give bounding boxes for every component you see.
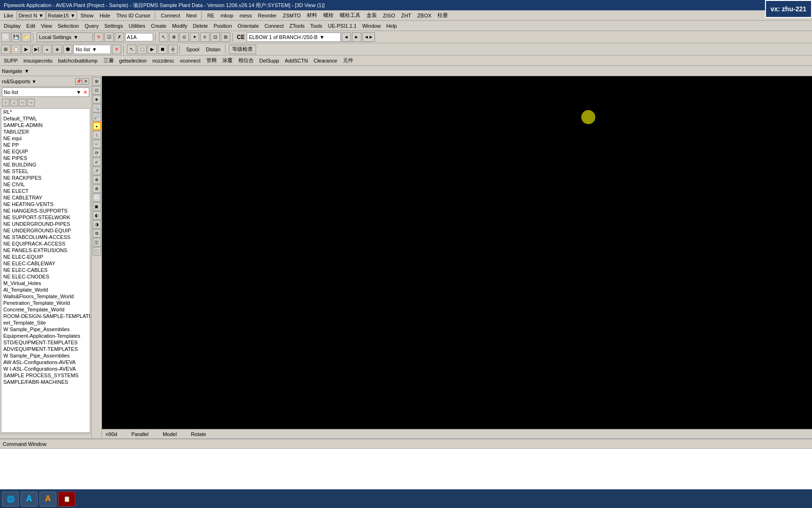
tree-item-20[interactable]: NE EQUIPRACK-ACCESS [1, 240, 90, 247]
tree-item-40[interactable]: SAMPLE PROCESS_SYSTEMS [1, 372, 90, 379]
menu-position[interactable]: Position [211, 22, 234, 30]
tree-item-29[interactable]: Penetration_Template_World [1, 300, 90, 306]
menu-view[interactable]: View [38, 22, 55, 30]
tree-item-19[interactable]: NE STABCOLUMN-ACCESS [1, 234, 90, 240]
tree-item-34[interactable]: Equipment-Application-Templates [1, 333, 90, 339]
toolbar-btn-x[interactable]: ✕ [94, 32, 103, 42]
side-icon-20[interactable]: ⬚ [93, 247, 101, 255]
side-icon-11[interactable]: ↗ [93, 167, 101, 175]
toolbar2-cursor[interactable]: ↖ [127, 45, 136, 54]
3d-viewport[interactable] [102, 76, 812, 429]
side-icon-7[interactable]: ↕ [93, 131, 101, 139]
menu-hide[interactable]: Hide [97, 12, 113, 19]
menu-connect2[interactable]: Connect [262, 22, 287, 30]
tree-item-14[interactable]: NE HEATING-VENTS [1, 201, 90, 207]
distan-btn[interactable]: Distan [203, 46, 223, 53]
nav-icon-2[interactable]: ↓ [10, 99, 18, 106]
menu-bolt[interactable]: 螺栓 [320, 11, 336, 20]
tree-item-15[interactable]: NE HANGERS-SUPPORTS [1, 207, 90, 214]
menu-mess[interactable]: mess [237, 12, 255, 19]
toolbar-icon-6[interactable]: ⊙ [180, 32, 189, 42]
tree-item-1[interactable]: Default_TPWL [1, 115, 90, 122]
tree-item-31[interactable]: ROOM-DESIGN-SAMPLE-TEMPLATE-FIXTURE [1, 313, 90, 319]
menu-help[interactable]: Help [383, 22, 400, 30]
nav-right-btn[interactable]: ► [352, 32, 361, 42]
menu-edit[interactable]: Edit [23, 22, 38, 30]
toolbar2-stop[interactable]: ⏹ [158, 45, 167, 54]
taskbar-icon-2[interactable]: A [21, 492, 38, 507]
side-icon-15[interactable]: ▣ [93, 202, 101, 211]
tree-item-3[interactable]: TABILIZER [1, 128, 90, 135]
tree-item-36[interactable]: ADV/EQUIPMENT-TEMPLATES [1, 346, 90, 352]
menu-pipe-net[interactable]: 管网 [203, 56, 219, 65]
tree-item-4[interactable]: NE equi [1, 135, 90, 142]
tree-item-25[interactable]: NE ELEC-CNODES [1, 273, 90, 280]
menu-bolt-tools[interactable]: 螺栓工具 [337, 11, 363, 20]
tree-item-22[interactable]: NE ELEC-EQUIP [1, 254, 90, 260]
menu-show[interactable]: Show [78, 12, 96, 19]
menu-connect[interactable]: Connect [158, 12, 183, 19]
menu-delsupp[interactable]: DelSupp [257, 57, 282, 64]
side-icon-14[interactable]: ⬜ [93, 193, 101, 202]
menu-display[interactable]: Display [1, 22, 23, 30]
side-icon-8[interactable]: ↔ [93, 140, 101, 148]
tree-item-41[interactable]: SAMPLE/FABR-MACHINES [1, 379, 90, 385]
tree-item-6[interactable]: NE EQUIP [1, 148, 90, 155]
toolbar-icon-8[interactable]: ≡ [200, 32, 210, 42]
toolbar-icon-2[interactable]: 💾 [11, 32, 21, 42]
menu-vconnect[interactable]: vconnect [177, 57, 203, 64]
side-icon-4[interactable]: 🔍 [93, 104, 101, 112]
tree-item-32[interactable]: eel_Template_Site [1, 319, 90, 326]
tree-item-21[interactable]: NE PANELS-EXTRUSIONS [1, 247, 90, 254]
tree-item-10[interactable]: NE RACKPIPES [1, 175, 90, 181]
toolbar-icon-5[interactable]: ⊕ [169, 32, 179, 42]
panel-close-btn[interactable]: ✕ [83, 78, 89, 85]
tree-item-37[interactable]: W Sample_Pipe_Assemblies [1, 352, 90, 359]
menu-addsctn[interactable]: AddSCTN [282, 57, 311, 64]
tree-item-7[interactable]: NE PIPES [1, 155, 90, 161]
toolbar2-select[interactable]: ⬚ [137, 45, 147, 54]
menu-zbox[interactable]: ZBOX [414, 12, 434, 19]
menu-create[interactable]: Create [148, 22, 169, 30]
menu-re[interactable]: RE [204, 12, 217, 19]
tree-item-30[interactable]: Concrete_Template_World [1, 306, 90, 313]
tree-item-35[interactable]: STD/EQUIPMENT-TEMPLATES [1, 339, 90, 346]
tree-dropdown-close[interactable]: ✕ [83, 89, 87, 95]
menu-delete[interactable]: Delete [190, 22, 211, 30]
toolbar-icon-4[interactable]: ↖ [159, 32, 168, 42]
tree-item-18[interactable]: NE UNDERGROUND-EQUIP [1, 227, 90, 234]
tree-item-38[interactable]: AW ASL-Configurations-AVEVA [1, 359, 90, 365]
toolbar-btn-check[interactable]: ☑ [104, 32, 114, 42]
menu-nozzdesc[interactable]: nozzdesc [149, 57, 177, 64]
tree-item-12[interactable]: NE ELECT [1, 188, 90, 194]
menu-modify[interactable]: Modify [169, 22, 190, 30]
menu-part[interactable]: 元件 [340, 56, 356, 65]
tree-item-13[interactable]: NE CABLETRAY [1, 194, 90, 201]
menu-reorder[interactable]: Reorder [255, 12, 280, 19]
panel-pin-btn[interactable]: 📌 [75, 78, 82, 85]
tree-item-28[interactable]: Walls&Floors_Template_World [1, 293, 90, 300]
toolbar-btn-x2[interactable]: ✗ [115, 32, 124, 42]
toolbar-icon-10[interactable]: ⊞ [221, 32, 230, 42]
menu-selection[interactable]: Selection [55, 22, 82, 30]
tree-scrollbar[interactable] [0, 434, 91, 438]
menu-coating[interactable]: 涂覆 [219, 56, 235, 65]
side-icon-6[interactable]: ⬥ [93, 122, 101, 130]
tree-list[interactable]: RL* Default_TPWL SAMPLE-ADMIN TABILIZER … [1, 108, 90, 433]
menu-batchcdx[interactable]: batchcdxattdump [55, 57, 101, 64]
menu-phase[interactable]: 相位合 [235, 56, 257, 65]
menu-ziso[interactable]: ZISO [380, 12, 398, 19]
menu-thro-id-cursor[interactable]: Thro ID Cursor [114, 12, 154, 19]
toolbar2-pipe[interactable]: ╪ [168, 45, 178, 54]
menu-getselection[interactable]: getselection [117, 57, 150, 64]
tree-item-26[interactable]: M_Virtual_Holes [1, 280, 90, 286]
side-icon-3[interactable]: ◈ [93, 95, 101, 103]
nav-extra-btn[interactable]: ◄► [362, 32, 375, 42]
menu-mbop[interactable]: mbop [218, 12, 236, 19]
tree-item-2[interactable]: SAMPLE-ADMIN [1, 122, 90, 128]
menu-next[interactable]: Next [183, 12, 200, 19]
menu-utilities[interactable]: Utilities [126, 22, 148, 30]
menu-tools[interactable]: Tools [307, 22, 325, 30]
nav-icon-4[interactable]: → [27, 99, 35, 106]
menu-like[interactable]: Like [1, 12, 16, 19]
